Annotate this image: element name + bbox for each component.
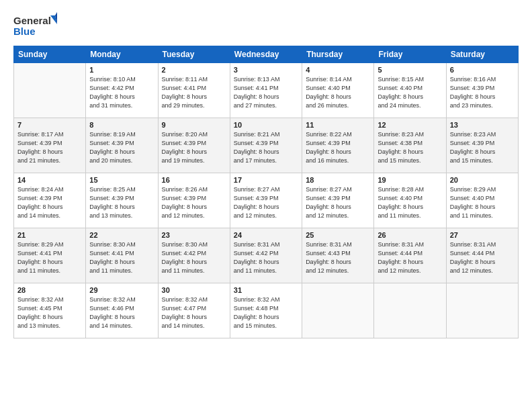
day-info: Sunrise: 8:19 AMSunset: 4:39 PMDaylight:… [89,130,154,165]
day-number: 4 [306,66,370,74]
calendar-cell: 16Sunrise: 8:26 AMSunset: 4:39 PMDayligh… [158,173,230,228]
day-info: Sunrise: 8:28 AMSunset: 4:40 PMDaylight:… [378,185,442,220]
calendar-week-row: 21Sunrise: 8:29 AMSunset: 4:41 PMDayligh… [14,228,519,283]
day-info: Sunrise: 8:26 AMSunset: 4:39 PMDaylight:… [162,185,226,220]
calendar-cell: 2Sunrise: 8:11 AMSunset: 4:41 PMDaylight… [158,63,230,118]
calendar-cell: 23Sunrise: 8:30 AMSunset: 4:42 PMDayligh… [158,228,230,283]
calendar-cell [374,283,446,338]
day-info: Sunrise: 8:27 AMSunset: 4:39 PMDaylight:… [306,185,370,220]
calendar-week-row: 7Sunrise: 8:17 AMSunset: 4:39 PMDaylight… [14,118,519,173]
weekday-header: Friday [374,46,446,63]
day-info: Sunrise: 8:14 AMSunset: 4:40 PMDaylight:… [306,75,370,110]
calendar-week-row: 28Sunrise: 8:32 AMSunset: 4:45 PMDayligh… [14,283,519,338]
day-number: 24 [234,231,298,239]
day-info: Sunrise: 8:20 AMSunset: 4:39 PMDaylight:… [162,130,226,165]
day-info: Sunrise: 8:10 AMSunset: 4:42 PMDaylight:… [89,75,154,110]
day-info: Sunrise: 8:11 AMSunset: 4:41 PMDaylight:… [162,75,226,110]
day-info: Sunrise: 8:23 AMSunset: 4:39 PMDaylight:… [450,130,515,165]
calendar-cell: 26Sunrise: 8:31 AMSunset: 4:44 PMDayligh… [374,228,446,283]
day-info: Sunrise: 8:24 AMSunset: 4:39 PMDaylight:… [17,185,82,220]
day-number: 28 [17,286,82,294]
calendar-cell: 1Sunrise: 8:10 AMSunset: 4:42 PMDaylight… [86,63,158,118]
day-info: Sunrise: 8:25 AMSunset: 4:39 PMDaylight:… [89,185,154,220]
calendar-cell: 22Sunrise: 8:30 AMSunset: 4:41 PMDayligh… [86,228,158,283]
day-number: 18 [306,176,370,184]
calendar-cell: 14Sunrise: 8:24 AMSunset: 4:39 PMDayligh… [14,173,86,228]
weekday-header: Wednesday [230,46,302,63]
day-number: 11 [306,121,370,129]
day-number: 20 [450,176,515,184]
calendar-week-row: 1Sunrise: 8:10 AMSunset: 4:42 PMDaylight… [14,63,519,118]
calendar-cell: 27Sunrise: 8:31 AMSunset: 4:44 PMDayligh… [446,228,518,283]
calendar-week-row: 14Sunrise: 8:24 AMSunset: 4:39 PMDayligh… [14,173,519,228]
calendar-cell: 10Sunrise: 8:21 AMSunset: 4:39 PMDayligh… [230,118,302,173]
day-info: Sunrise: 8:15 AMSunset: 4:40 PMDaylight:… [378,75,442,110]
day-info: Sunrise: 8:17 AMSunset: 4:39 PMDaylight:… [17,130,82,165]
calendar-cell: 11Sunrise: 8:22 AMSunset: 4:39 PMDayligh… [302,118,374,173]
svg-text:General: General [13,15,51,26]
day-number: 27 [450,231,515,239]
day-info: Sunrise: 8:31 AMSunset: 4:44 PMDaylight:… [450,240,515,275]
day-number: 15 [89,176,154,184]
day-number: 29 [89,286,154,294]
day-info: Sunrise: 8:21 AMSunset: 4:39 PMDaylight:… [234,130,298,165]
logo: GeneralBlue [13,12,60,39]
calendar-cell: 9Sunrise: 8:20 AMSunset: 4:39 PMDaylight… [158,118,230,173]
day-info: Sunrise: 8:13 AMSunset: 4:41 PMDaylight:… [234,75,298,110]
day-info: Sunrise: 8:31 AMSunset: 4:44 PMDaylight:… [378,240,442,275]
day-number: 1 [89,66,154,74]
day-number: 21 [17,231,82,239]
calendar-cell: 21Sunrise: 8:29 AMSunset: 4:41 PMDayligh… [14,228,86,283]
calendar-cell: 15Sunrise: 8:25 AMSunset: 4:39 PMDayligh… [86,173,158,228]
day-number: 17 [234,176,298,184]
calendar-cell [14,63,86,118]
day-info: Sunrise: 8:32 AMSunset: 4:46 PMDaylight:… [89,295,154,330]
day-number: 19 [378,176,442,184]
day-number: 10 [234,121,298,129]
weekday-header: Tuesday [158,46,230,63]
day-info: Sunrise: 8:31 AMSunset: 4:43 PMDaylight:… [306,240,370,275]
day-number: 30 [162,286,226,294]
calendar-cell: 20Sunrise: 8:29 AMSunset: 4:40 PMDayligh… [446,173,518,228]
weekday-header: Sunday [14,46,86,63]
svg-text:Blue: Blue [13,26,36,37]
day-info: Sunrise: 8:23 AMSunset: 4:38 PMDaylight:… [378,130,442,165]
day-number: 5 [378,66,442,74]
day-number: 22 [89,231,154,239]
day-number: 16 [162,176,226,184]
day-info: Sunrise: 8:29 AMSunset: 4:40 PMDaylight:… [450,185,515,220]
day-number: 13 [450,121,515,129]
calendar-cell: 28Sunrise: 8:32 AMSunset: 4:45 PMDayligh… [14,283,86,338]
day-number: 2 [162,66,226,74]
calendar-cell: 25Sunrise: 8:31 AMSunset: 4:43 PMDayligh… [302,228,374,283]
day-number: 23 [162,231,226,239]
day-info: Sunrise: 8:30 AMSunset: 4:42 PMDaylight:… [162,240,226,275]
day-number: 14 [17,176,82,184]
calendar-cell: 8Sunrise: 8:19 AMSunset: 4:39 PMDaylight… [86,118,158,173]
day-info: Sunrise: 8:32 AMSunset: 4:45 PMDaylight:… [17,295,82,330]
calendar-cell: 29Sunrise: 8:32 AMSunset: 4:46 PMDayligh… [86,283,158,338]
calendar-table: SundayMondayTuesdayWednesdayThursdayFrid… [13,46,519,338]
day-info: Sunrise: 8:32 AMSunset: 4:47 PMDaylight:… [162,295,226,330]
calendar-cell: 12Sunrise: 8:23 AMSunset: 4:38 PMDayligh… [374,118,446,173]
day-info: Sunrise: 8:22 AMSunset: 4:39 PMDaylight:… [306,130,370,165]
day-info: Sunrise: 8:27 AMSunset: 4:39 PMDaylight:… [234,185,298,220]
calendar-cell: 5Sunrise: 8:15 AMSunset: 4:40 PMDaylight… [374,63,446,118]
day-info: Sunrise: 8:31 AMSunset: 4:42 PMDaylight:… [234,240,298,275]
calendar-cell: 13Sunrise: 8:23 AMSunset: 4:39 PMDayligh… [446,118,518,173]
calendar-cell [302,283,374,338]
weekday-header: Saturday [446,46,518,63]
day-number: 7 [17,121,82,129]
day-info: Sunrise: 8:30 AMSunset: 4:41 PMDaylight:… [89,240,154,275]
calendar-cell [446,283,518,338]
calendar-header-row: SundayMondayTuesdayWednesdayThursdayFrid… [14,46,519,63]
calendar-cell: 18Sunrise: 8:27 AMSunset: 4:39 PMDayligh… [302,173,374,228]
day-number: 12 [378,121,442,129]
weekday-header: Thursday [302,46,374,63]
calendar-cell: 24Sunrise: 8:31 AMSunset: 4:42 PMDayligh… [230,228,302,283]
day-info: Sunrise: 8:29 AMSunset: 4:41 PMDaylight:… [17,240,82,275]
calendar-cell: 31Sunrise: 8:32 AMSunset: 4:48 PMDayligh… [230,283,302,338]
day-info: Sunrise: 8:16 AMSunset: 4:39 PMDaylight:… [450,75,515,110]
calendar-cell: 7Sunrise: 8:17 AMSunset: 4:39 PMDaylight… [14,118,86,173]
calendar-cell: 19Sunrise: 8:28 AMSunset: 4:40 PMDayligh… [374,173,446,228]
